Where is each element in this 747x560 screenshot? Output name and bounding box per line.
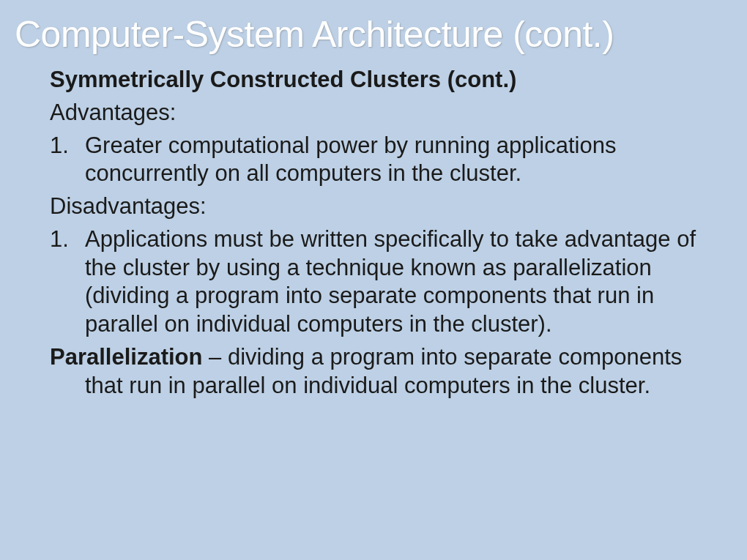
advantage-number: 1. <box>50 132 85 189</box>
slide: Computer-System Architecture (cont.) Sym… <box>0 0 747 560</box>
slide-content: Symmetrically Constructed Clusters (cont… <box>15 66 732 400</box>
slide-title: Computer-System Architecture (cont.) <box>15 13 732 56</box>
definition-separator: – <box>202 344 227 370</box>
definition: Parallelization – dividing a program int… <box>50 343 718 400</box>
advantage-item: 1. Greater computational power by runnin… <box>50 132 718 189</box>
subtitle: Symmetrically Constructed Clusters (cont… <box>50 66 718 94</box>
definition-term: Parallelization <box>50 344 202 370</box>
advantages-label: Advantages: <box>50 99 718 127</box>
definition-body: Parallelization – dividing a program int… <box>50 343 718 400</box>
disadvantage-text: Applications must be written specificall… <box>85 225 718 339</box>
disadvantage-number: 1. <box>50 225 85 339</box>
disadvantage-item: 1. Applications must be written specific… <box>50 225 718 339</box>
advantage-text: Greater computational power by running a… <box>85 132 718 189</box>
disadvantages-label: Disadvantages: <box>50 193 718 221</box>
